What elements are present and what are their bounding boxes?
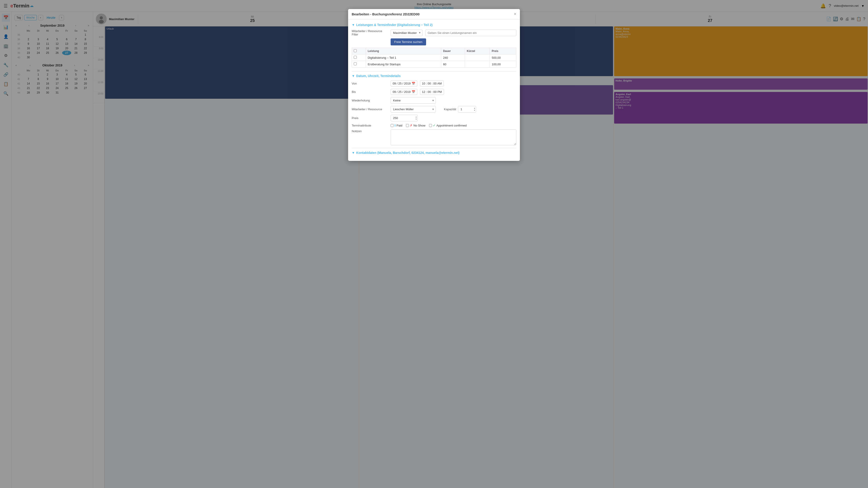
noshow-attribute-item: ✗ No Show: [406, 124, 426, 127]
service-1-checkbox-cell: [352, 55, 366, 61]
terminattribute-label: Terminattribute: [352, 124, 388, 127]
section3-title[interactable]: Kontaktdaten (Manuela, Barschdorf, 02341…: [356, 151, 460, 155]
service-row-1: Digitalisierung – Teil 1 240 500,00: [352, 55, 516, 61]
kapazitat-label: Kapazität: [444, 107, 456, 111]
section2-arrow[interactable]: ▼: [352, 74, 355, 78]
bis-date-value: 09 / 25 / 2019: [393, 90, 411, 94]
kapazitat-spinner: ▲ ▼: [458, 106, 476, 112]
service-1-name: Digitalisierung – Teil 1: [366, 55, 441, 61]
terminattribute-row: Terminattribute ℹ Paid ✗ No Show ✓: [352, 124, 516, 127]
mitarbeiter-filter-wrapper: Maximilian Muster ▼: [391, 30, 423, 36]
modal-title: Bearbeiten - Buchungsreferenz 2D22ED00: [352, 12, 420, 16]
von-time-input[interactable]: 10 : 00 : 00 AM: [420, 80, 444, 87]
service-1-preis: 500,00: [490, 55, 516, 61]
wiederholung-select[interactable]: Keine Täglich Wöchentlich: [391, 97, 436, 104]
confirmed-checkbox[interactable]: [429, 124, 432, 127]
section3-arrow[interactable]: ▼: [352, 151, 355, 155]
preis-label: Preis: [352, 116, 388, 120]
preis-input[interactable]: [391, 115, 418, 121]
paid-checkbox[interactable]: [391, 124, 394, 127]
von-date-value: 09 / 25 / 2019: [393, 82, 411, 85]
wiederholung-wrapper: Keine Täglich Wöchentlich ▼: [391, 97, 436, 104]
confirmed-check-icon: ✓: [433, 124, 436, 127]
col-leistung-header: Leistung: [366, 48, 441, 55]
service-2-dauer: 60: [441, 61, 465, 68]
bis-date-input[interactable]: 09 / 25 / 2019 📅: [391, 89, 417, 95]
bis-row: Bis 09 / 25 / 2019 📅 12 : 00 : 00 PM: [352, 89, 516, 95]
von-row: Von 09 / 25 / 2019 📅 10 : 00 : 00 AM: [352, 80, 516, 87]
kapazitat-up-button[interactable]: ▲: [473, 107, 475, 109]
mitarbeiter-ressource-row: Mitarbeiter / Ressource Lieschen Müller …: [352, 106, 516, 112]
kapazitat-spinner-buttons: ▲ ▼: [473, 107, 475, 111]
section2-title: Datum, Uhrzeit, Termindetails: [356, 74, 401, 78]
von-date-input[interactable]: 09 / 25 / 2019 📅: [391, 80, 417, 87]
preis-spinner-buttons: ▲ ▼: [415, 116, 417, 121]
wiederholung-row: Wiederholung Keine Täglich Wöchentlich ▼: [352, 97, 516, 104]
service-2-name: Erstberatung für Startups: [366, 61, 441, 68]
col-preis-header: Preis: [490, 48, 516, 55]
preis-down-button[interactable]: ▼: [415, 118, 417, 121]
noshow-label: No Show: [413, 124, 426, 127]
col-kurzel-header: Kürzel: [465, 48, 490, 55]
paid-info-icon: ℹ: [395, 124, 396, 127]
modal-header: Bearbeiten - Buchungsreferenz 2D22ED00 ×: [348, 9, 520, 20]
modal-overlay[interactable]: Bearbeiten - Buchungsreferenz 2D22ED00 ×…: [0, 0, 868, 488]
search-btn-row: Freie Termine suchen: [352, 38, 516, 45]
notizen-textarea[interactable]: [391, 129, 516, 145]
kapazitat-group: Kapazität ▲ ▼: [444, 106, 476, 112]
bis-label: Bis: [352, 90, 388, 94]
service-2-checkbox[interactable]: [354, 62, 357, 65]
notizen-row: Notizen: [352, 129, 516, 145]
section2-header: ▼ Datum, Uhrzeit, Termindetails: [352, 74, 516, 78]
calendar-icon: 📅: [412, 82, 415, 85]
von-label: Von: [352, 82, 388, 85]
noshow-x-icon: ✗: [410, 124, 412, 127]
leistung-search-input[interactable]: [425, 30, 516, 36]
service-1-checkbox[interactable]: [354, 56, 357, 59]
section-divider-1: [352, 71, 516, 71]
mitarbeiter-filter-select[interactable]: Maximilian Muster: [391, 30, 423, 36]
section1-header: ▼ Leistungen & Terminfinder (Digitalisie…: [352, 23, 516, 27]
service-2-checkbox-cell: [352, 61, 366, 68]
services-table: Leistung Dauer Kürzel Preis Digitalisier…: [352, 48, 516, 68]
service-1-dauer: 240: [441, 55, 465, 61]
service-2-preis: 100,00: [490, 61, 516, 68]
section-divider-2: [352, 148, 516, 148]
service-2-kurzel: [465, 61, 490, 68]
noshow-checkbox[interactable]: [406, 124, 409, 127]
col-dauer-header: Dauer: [441, 48, 465, 55]
service-row-2: Erstberatung für Startups 60 100,00: [352, 61, 516, 68]
preis-row: Preis ▲ ▼: [352, 115, 516, 121]
mitarbeiter-ressource-select[interactable]: Lieschen Müller Maximilian Muster: [391, 106, 436, 112]
modal-close-button[interactable]: ×: [514, 12, 516, 17]
preis-up-button[interactable]: ▲: [415, 116, 417, 118]
section1-title: Leistungen & Terminfinder (Digitalisieru…: [356, 23, 433, 27]
bis-time-input[interactable]: 12 : 00 : 00 PM: [420, 89, 444, 95]
section3-header: ▼ Kontaktdaten (Manuela, Barschdorf, 023…: [352, 151, 516, 155]
paid-label: Paid: [397, 124, 402, 127]
confirmed-attribute-item: ✓ Appointment confirmed: [429, 124, 467, 127]
select-all-checkbox[interactable]: [354, 49, 357, 52]
terminattribute-checkboxes: ℹ Paid ✗ No Show ✓ Appointment confirmed: [391, 124, 467, 127]
wiederholung-label: Wiederholung: [352, 99, 388, 102]
notizen-label: Notizen: [352, 129, 388, 133]
section1-arrow[interactable]: ▼: [352, 23, 355, 27]
filter-row: Mitarbeiter / Ressource Filter Maximilia…: [352, 29, 516, 36]
kapazitat-down-button[interactable]: ▼: [473, 109, 475, 111]
calendar2-icon: 📅: [412, 90, 415, 94]
mitarbeiter-ressource-wrapper: Lieschen Müller Maximilian Muster ▼: [391, 106, 436, 112]
edit-modal: Bearbeiten - Buchungsreferenz 2D22ED00 ×…: [348, 9, 520, 161]
freie-termine-button[interactable]: Freie Termine suchen: [391, 38, 426, 45]
filter-label: Mitarbeiter / Ressource Filter: [352, 29, 388, 36]
preis-spinner: ▲ ▼: [391, 115, 418, 121]
col-checkbox-header: [352, 48, 366, 55]
mitarbeiter-ressource-label: Mitarbeiter / Ressource: [352, 107, 388, 111]
paid-attribute-item: ℹ Paid: [391, 124, 402, 127]
services-table-header-row: Leistung Dauer Kürzel Preis: [352, 48, 516, 55]
service-1-kurzel: [465, 55, 490, 61]
confirmed-label: Appointment confirmed: [436, 124, 467, 127]
modal-body: ▼ Leistungen & Terminfinder (Digitalisie…: [348, 20, 520, 161]
